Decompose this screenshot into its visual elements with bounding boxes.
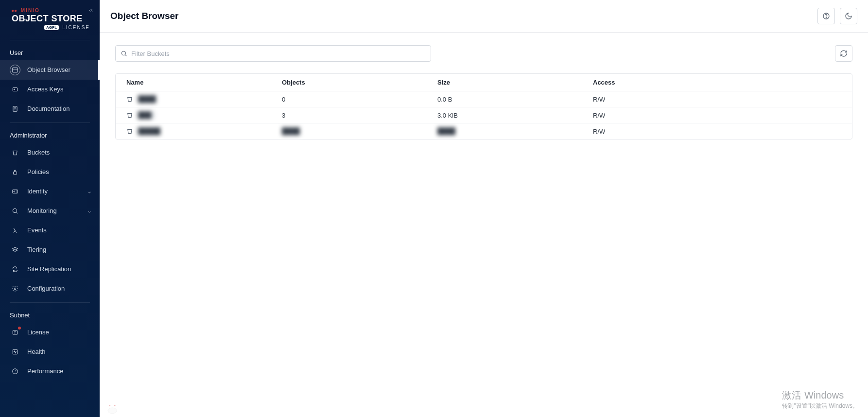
col-objects: Objects <box>282 79 437 86</box>
search-icon <box>10 206 20 216</box>
sidebar-item-label: Health <box>27 348 46 355</box>
sidebar-item-label: Object Browser <box>27 66 70 73</box>
sidebar-item-monitoring[interactable]: Monitoring <box>0 201 100 221</box>
sidebar-item-license[interactable]: License <box>0 323 100 342</box>
toolbar <box>115 45 852 62</box>
keys-icon <box>10 84 20 95</box>
logo-license-row: AGPL LICENSE <box>12 25 90 30</box>
sidebar-item-label: Buckets <box>27 149 50 156</box>
cell-access: R/W <box>593 96 841 103</box>
layers-icon <box>10 244 20 255</box>
sidebar-item-events[interactable]: Events <box>0 221 100 240</box>
svg-rect-0 <box>13 68 18 72</box>
content: Name Objects Size Access ████00.0 BR/W██… <box>100 33 868 417</box>
lambda-icon <box>10 225 20 236</box>
bucket-icon <box>126 128 133 135</box>
logo-block: MINIO OBJECT STORE AGPL LICENSE <box>0 0 100 36</box>
sidebar-item-identity[interactable]: Identity <box>0 182 100 201</box>
bucket-icon <box>126 96 133 103</box>
bucket-icon <box>10 147 20 158</box>
sidebar-item-buckets[interactable]: Buckets <box>0 143 100 162</box>
lock-icon <box>10 167 20 177</box>
col-name: Name <box>126 79 282 86</box>
doc-icon <box>10 104 20 114</box>
sidebar-collapse-button[interactable] <box>88 7 94 15</box>
help-icon <box>822 12 830 20</box>
sidebar: MINIO OBJECT STORE AGPL LICENSE UserObje… <box>0 0 100 417</box>
sidebar-item-performance[interactable]: Performance <box>0 362 100 381</box>
svg-point-7 <box>13 208 17 212</box>
page-title: Object Browser <box>110 11 178 21</box>
svg-point-14 <box>122 51 125 55</box>
search-field[interactable] <box>115 45 431 62</box>
logo-license-label: LICENSE <box>62 25 90 30</box>
col-size: Size <box>437 79 593 86</box>
refresh-button[interactable] <box>835 45 852 62</box>
section-title-subnet: Subnet <box>0 307 100 323</box>
sidebar-item-tiering[interactable]: Tiering <box>0 240 100 260</box>
logo-product: OBJECT STORE <box>12 14 90 24</box>
id-icon <box>10 186 20 197</box>
chevron-down-icon <box>87 189 92 194</box>
search-icon <box>121 50 127 57</box>
sidebar-divider <box>10 302 90 303</box>
main: Object Browser <box>100 0 868 417</box>
bucket-name: ████ <box>138 95 156 103</box>
sidebar-item-site-replication[interactable]: Site Replication <box>0 260 100 279</box>
cell-name: █████ <box>126 127 282 135</box>
nav-badge <box>18 327 21 330</box>
sidebar-item-label: Monitoring <box>27 207 57 214</box>
svg-rect-4 <box>14 172 17 174</box>
col-access: Access <box>593 79 841 86</box>
logo-badge: AGPL <box>44 25 59 30</box>
license-icon <box>10 327 20 338</box>
table-row[interactable]: ████00.0 BR/W <box>116 91 852 107</box>
sidebar-item-health[interactable]: Health <box>0 342 100 362</box>
bucket-table: Name Objects Size Access ████00.0 BR/W██… <box>115 73 852 139</box>
sidebar-item-label: Events <box>27 226 47 234</box>
table-header: Name Objects Size Access <box>116 74 852 91</box>
bucket-name: ███ <box>138 111 156 119</box>
sidebar-item-label: Tiering <box>27 246 46 253</box>
sidebar-item-label: Performance <box>27 367 63 375</box>
svg-point-8 <box>14 288 16 290</box>
moon-icon <box>845 12 852 20</box>
sidebar-item-object-browser[interactable]: Object Browser <box>0 60 100 80</box>
sidebar-item-label: License <box>27 329 49 336</box>
gear-icon <box>10 283 20 294</box>
table-row[interactable]: █████████████R/W <box>116 123 852 139</box>
header-actions <box>817 8 857 24</box>
sidebar-item-documentation[interactable]: Documentation <box>0 99 100 119</box>
svg-point-13 <box>826 17 826 18</box>
search-input[interactable] <box>131 50 426 57</box>
cell-objects: 0 <box>282 96 437 103</box>
svg-rect-1 <box>13 87 17 91</box>
health-icon <box>10 347 20 357</box>
sidebar-item-label: Configuration <box>27 285 65 292</box>
cell-size: 0.0 B <box>437 96 593 103</box>
section-title-user: User <box>0 44 100 60</box>
bucket-icon <box>126 112 133 119</box>
cell-objects: 3 <box>282 112 437 119</box>
svg-point-2 <box>14 89 15 90</box>
svg-point-16 <box>114 405 116 406</box>
mascot-icon <box>106 403 119 414</box>
perf-icon <box>10 366 20 377</box>
help-button[interactable] <box>817 8 835 24</box>
sidebar-item-configuration[interactable]: Configuration <box>0 279 100 298</box>
cell-name: ███ <box>126 111 282 119</box>
header: Object Browser <box>100 0 868 33</box>
sidebar-item-policies[interactable]: Policies <box>0 162 100 182</box>
browser-icon <box>10 65 20 75</box>
svg-point-6 <box>14 191 15 192</box>
logo-brand: MINIO <box>12 8 90 13</box>
sidebar-item-label: Documentation <box>27 105 69 112</box>
sidebar-item-label: Site Replication <box>27 265 71 273</box>
theme-toggle-button[interactable] <box>840 8 857 24</box>
table-row[interactable]: ███33.0 KiBR/W <box>116 107 852 123</box>
svg-point-17 <box>108 408 117 414</box>
svg-rect-9 <box>13 330 17 334</box>
sidebar-item-access-keys[interactable]: Access Keys <box>0 80 100 99</box>
sidebar-item-label: Policies <box>27 168 49 175</box>
sidebar-divider <box>10 122 90 123</box>
